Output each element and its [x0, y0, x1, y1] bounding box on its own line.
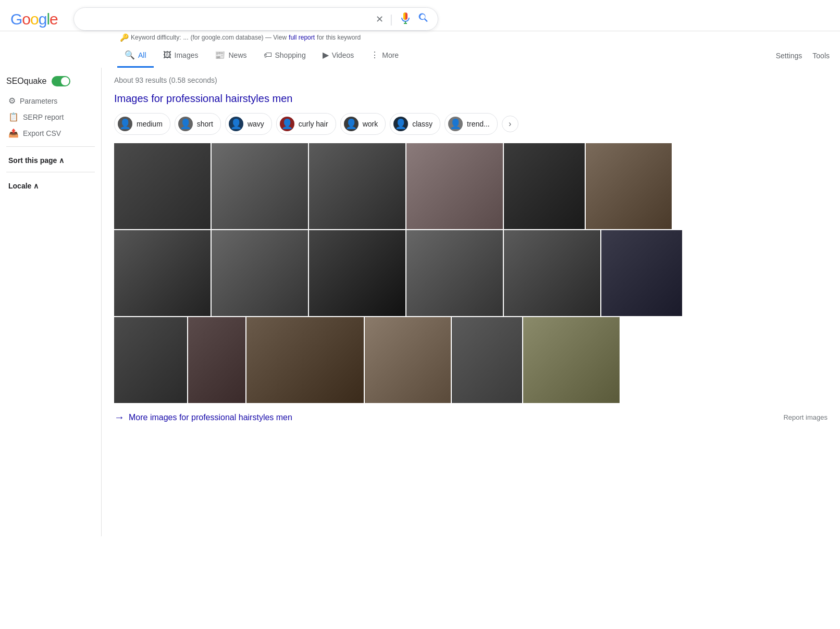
more-tab-icon: ⋮ [370, 50, 379, 60]
sidebar-parameters-label: Parameters [20, 97, 57, 105]
chip-work[interactable]: 👤 work [340, 113, 386, 135]
settings-link[interactable]: Settings [776, 52, 802, 60]
sort-chevron-icon: ∧ [59, 156, 64, 165]
images-tab-icon: 🖼 [163, 51, 171, 60]
kw-emoji: 🔑 [120, 33, 129, 42]
image-grid [114, 143, 827, 403]
chip-curly-hair-label: curly hair [299, 120, 328, 128]
chip-wavy[interactable]: 👤 wavy [225, 113, 272, 135]
chip-trending[interactable]: 👤 trend... [444, 113, 498, 135]
chip-short-label: short [197, 120, 213, 128]
image-cell[interactable] [504, 143, 585, 229]
tab-all[interactable]: 🔍 All [117, 44, 154, 68]
export-icon: 📤 [8, 128, 19, 138]
image-cell[interactable] [406, 230, 503, 316]
kw-suffix: for this keyword [317, 34, 361, 41]
tab-all-label: All [138, 51, 146, 59]
report-images-link[interactable]: Report images [783, 413, 827, 421]
tab-shopping-label: Shopping [275, 51, 306, 59]
kw-prefix: Keyword difficulty: [131, 34, 181, 41]
tab-images-label: Images [175, 51, 199, 59]
chip-avatar-work: 👤 [344, 117, 359, 131]
main: SEOquake ⚙ Parameters 📋 SERP report 📤 Ex… [0, 68, 840, 536]
image-cell[interactable] [523, 317, 620, 403]
chip-curly-hair[interactable]: 👤 curly hair [276, 113, 336, 135]
kw-full-report-link[interactable]: full report [289, 34, 315, 41]
chip-avatar-short: 👤 [178, 117, 193, 131]
image-row-2 [114, 230, 827, 316]
search-button[interactable] [418, 12, 429, 26]
tab-videos[interactable]: ▶ Videos [315, 44, 362, 68]
sidebar: SEOquake ⚙ Parameters 📋 SERP report 📤 Ex… [0, 68, 102, 536]
sidebar-item-export-csv[interactable]: 📤 Export CSV [6, 125, 95, 141]
tab-more[interactable]: ⋮ More [363, 44, 406, 68]
kw-dots: ... [183, 34, 189, 41]
chip-avatar-trending: 👤 [448, 117, 463, 131]
image-cell[interactable] [452, 317, 522, 403]
shopping-tab-icon: 🏷 [264, 51, 272, 60]
report-icon: 📋 [8, 112, 19, 122]
chip-avatar-medium: 👤 [118, 117, 132, 131]
chip-work-label: work [363, 120, 378, 128]
image-cell[interactable] [365, 317, 451, 403]
image-row-3 [114, 317, 827, 403]
chip-avatar-classy: 👤 [393, 117, 408, 131]
chip-short[interactable]: 👤 short [175, 113, 221, 135]
more-images-link[interactable]: → More images for professional hairstyle… [114, 411, 292, 423]
divider: | [390, 12, 393, 26]
sidebar-item-parameters[interactable]: ⚙ Parameters [6, 93, 95, 109]
search-input[interactable]: professional hairstyles men [82, 15, 369, 24]
sort-this-page-section[interactable]: Sort this page ∧ [6, 152, 95, 167]
videos-tab-icon: ▶ [323, 50, 329, 60]
chip-medium-label: medium [137, 120, 163, 128]
header: Google professional hairstyles men ✕ | [0, 0, 840, 31]
chip-medium[interactable]: 👤 medium [114, 113, 170, 135]
more-images-row: → More images for professional hairstyle… [114, 411, 827, 423]
tab-videos-label: Videos [332, 51, 354, 59]
news-tab-icon: 📰 [215, 50, 225, 60]
image-cell[interactable] [212, 230, 308, 316]
image-cell[interactable] [114, 143, 211, 229]
keyword-difficulty-bar: 🔑 Keyword difficulty: ... (for google.co… [120, 31, 840, 44]
image-cell[interactable] [406, 143, 503, 229]
sidebar-serp-label: SERP report [23, 113, 64, 121]
locale-chevron-icon: ∧ [33, 182, 39, 190]
image-cell[interactable] [212, 143, 308, 229]
mic-icon[interactable] [399, 12, 412, 26]
chip-trending-label: trend... [467, 120, 490, 128]
sidebar-divider-1 [6, 146, 95, 147]
seoquake-toggle[interactable] [52, 76, 70, 86]
gear-icon: ⚙ [8, 96, 16, 106]
image-cell[interactable] [188, 317, 245, 403]
images-section-title[interactable]: Images for professional hairstyles men [114, 93, 827, 105]
search-bar: professional hairstyles men ✕ | [73, 7, 438, 31]
tab-shopping[interactable]: 🏷 Shopping [256, 44, 313, 68]
image-cell[interactable] [309, 230, 405, 316]
locale-label: Locale [8, 182, 31, 190]
tab-news-label: News [228, 51, 246, 59]
content: About 93 results (0.58 seconds) Images f… [102, 68, 840, 536]
sidebar-divider-2 [6, 172, 95, 172]
image-cell[interactable] [586, 143, 672, 229]
seoquake-label: SEOquake [6, 77, 46, 86]
page-wrapper: Google professional hairstyles men ✕ | [0, 0, 840, 629]
images-section: Images for professional hairstyles men 👤… [114, 93, 827, 423]
tab-news[interactable]: 📰 News [207, 44, 254, 68]
tab-images[interactable]: 🖼 Images [156, 44, 206, 68]
image-cell[interactable] [246, 317, 364, 403]
chip-classy[interactable]: 👤 classy [390, 113, 440, 135]
image-cell[interactable] [114, 317, 187, 403]
clear-icon[interactable]: ✕ [376, 14, 384, 25]
image-cell[interactable] [504, 230, 600, 316]
filter-chips-next-button[interactable]: › [502, 116, 518, 132]
image-cell[interactable] [601, 230, 682, 316]
sidebar-item-serp-report[interactable]: 📋 SERP report [6, 109, 95, 125]
image-cell[interactable] [309, 143, 405, 229]
nav-tabs: 🔍 All 🖼 Images 📰 News 🏷 Shopping ▶ Video… [0, 44, 840, 68]
more-images-label: More images for professional hairstyles … [129, 413, 292, 422]
chip-avatar-curly-hair: 👤 [280, 117, 294, 131]
image-cell[interactable] [114, 230, 211, 316]
tools-link[interactable]: Tools [812, 52, 830, 60]
google-logo[interactable]: Google [10, 10, 58, 28]
locale-section[interactable]: Locale ∧ [6, 178, 95, 192]
